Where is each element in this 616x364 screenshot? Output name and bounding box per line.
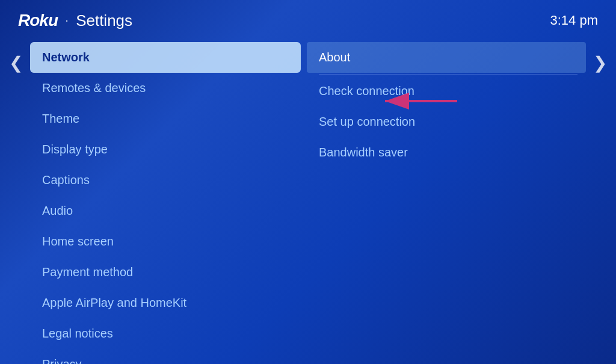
left-menu-item-home-screen[interactable]: Home screen: [30, 226, 301, 257]
right-menu-item-bandwidth-saver[interactable]: Bandwidth saver: [307, 137, 586, 168]
roku-logo: Roku: [18, 11, 58, 30]
nav-left-arrow[interactable]: ❮: [0, 42, 30, 364]
left-menu-item-display-type[interactable]: Display type: [30, 134, 301, 165]
left-menu-item-legal-notices[interactable]: Legal notices: [30, 318, 301, 349]
header-separator: ·: [65, 13, 69, 28]
header: Roku · Settings 3:14 pm: [0, 0, 616, 36]
page-title: Settings: [76, 11, 132, 30]
left-menu: NetworkRemotes & devicesThemeDisplay typ…: [30, 42, 301, 364]
annotation-arrow: [379, 89, 457, 113]
left-menu-item-payment-method[interactable]: Payment method: [30, 257, 301, 288]
divider: [319, 74, 578, 75]
left-menu-item-remotes-&-devices[interactable]: Remotes & devices: [30, 73, 301, 103]
main-content: ❮ NetworkRemotes & devicesThemeDisplay t…: [0, 36, 616, 364]
arrow-icon: [379, 89, 457, 113]
left-menu-item-apple-airplay-and-homekit[interactable]: Apple AirPlay and HomeKit: [30, 288, 301, 318]
right-menu-item-about[interactable]: About: [307, 42, 586, 73]
left-menu-item-privacy[interactable]: Privacy: [30, 349, 301, 364]
nav-right-arrow[interactable]: ❯: [586, 42, 616, 364]
left-menu-item-network[interactable]: Network: [30, 42, 301, 73]
clock: 3:14 pm: [550, 13, 599, 28]
left-menu-item-captions[interactable]: Captions: [30, 165, 301, 196]
left-menu-item-audio[interactable]: Audio: [30, 196, 301, 226]
header-left: Roku · Settings: [18, 11, 132, 30]
left-menu-item-theme[interactable]: Theme: [30, 103, 301, 134]
